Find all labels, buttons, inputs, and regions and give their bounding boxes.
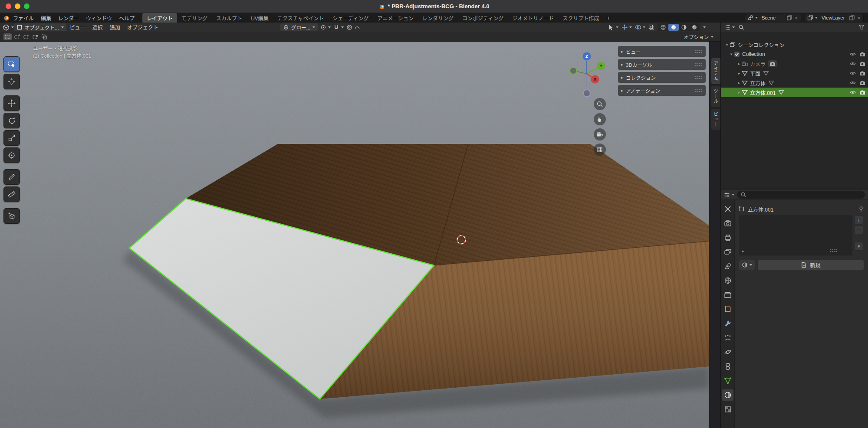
tab-render[interactable] <box>722 218 733 229</box>
search-icon[interactable] <box>738 24 744 30</box>
properties-search-input[interactable] <box>737 191 865 199</box>
tab-object[interactable] <box>722 304 733 315</box>
select-mode-new-button[interactable] <box>3 33 12 40</box>
material-slot-list[interactable]: ▸ <box>739 216 852 255</box>
outliner-row-scene-collection[interactable]: ▾ シーンコレクション <box>721 40 868 49</box>
workspace-tab-shading[interactable]: シェーディング <box>328 13 373 23</box>
disclosure-icon[interactable]: ▾ <box>724 42 730 47</box>
navigation-gizmo[interactable]: Z Y X <box>566 49 608 100</box>
xray-toggle-icon[interactable] <box>648 24 654 30</box>
npanel-annotations-section[interactable]: ▸ アノテーション <box>618 85 706 96</box>
drag-grip-icon[interactable] <box>695 63 703 66</box>
copy-icon[interactable] <box>786 15 792 21</box>
npanel-3d-cursor-section[interactable]: ▸ 3Dカーソル <box>618 59 706 70</box>
tab-constraints[interactable] <box>722 361 733 372</box>
mesh-data-icon[interactable] <box>763 70 769 76</box>
drag-grip-icon[interactable] <box>695 50 703 53</box>
disclosure-icon[interactable]: ▸ <box>736 90 742 95</box>
workspace-tab-layout[interactable]: レイアウト <box>142 13 177 23</box>
tab-world[interactable] <box>722 275 733 286</box>
scale-tool[interactable] <box>3 130 20 146</box>
select-box-tool[interactable] <box>3 56 20 72</box>
checkbox-checked-icon[interactable] <box>734 51 740 57</box>
tab-particles[interactable] <box>722 332 733 343</box>
editor-type-button[interactable] <box>3 24 14 31</box>
tab-collection[interactable] <box>722 289 733 301</box>
tab-view[interactable]: ビュー <box>711 109 720 130</box>
tool-options-dropdown[interactable]: オプション <box>684 33 714 40</box>
select-mode-extend-button[interactable] <box>13 33 21 40</box>
resize-grip-icon[interactable] <box>829 249 837 252</box>
tab-output[interactable] <box>722 232 733 243</box>
tab-tool[interactable] <box>722 203 733 215</box>
measure-tool[interactable] <box>3 186 20 202</box>
transform-tool[interactable] <box>3 147 20 163</box>
workspace-tab-rendering[interactable]: レンダリング <box>418 13 458 23</box>
tab-physics[interactable] <box>722 346 733 358</box>
pin-icon[interactable] <box>858 206 864 212</box>
new-material-button[interactable]: 新規 <box>757 260 864 270</box>
annotate-tool[interactable] <box>3 169 20 185</box>
camera-render-icon[interactable] <box>859 70 865 76</box>
workspace-tab-uv-editing[interactable]: UV編集 <box>247 13 273 23</box>
outliner-row-cube-001[interactable]: ▸ 立方体.001 <box>721 88 868 97</box>
disclosure-icon[interactable]: ▾ <box>729 52 734 56</box>
add-workspace-button[interactable]: + <box>603 15 614 21</box>
workspace-tab-compositing[interactable]: コンポジティング <box>458 13 508 23</box>
view-layer-selector[interactable]: ViewLayer × <box>805 14 864 22</box>
outliner-row-collection[interactable]: ▾ Collection <box>721 49 868 59</box>
menu-object[interactable]: オブジェクト <box>124 23 162 31</box>
camera-view-button[interactable] <box>594 128 606 140</box>
workspace-tab-geometry-nodes[interactable]: ジオメトリノード <box>508 13 558 23</box>
camera-data-icon[interactable] <box>768 60 777 67</box>
drag-grip-icon[interactable] <box>695 89 703 92</box>
gizmos-toggle[interactable] <box>621 24 632 30</box>
select-mode-invert-button[interactable] <box>31 33 39 40</box>
select-mode-subtract-button[interactable] <box>22 33 30 40</box>
unlink-scene-button[interactable]: × <box>794 16 799 20</box>
tab-tool[interactable]: ツール <box>711 86 720 107</box>
tab-modifiers[interactable] <box>722 318 733 329</box>
disclosure-icon[interactable]: ▸ <box>736 81 742 85</box>
add-cube-tool[interactable] <box>3 208 20 224</box>
menu-render[interactable]: レンダー <box>55 13 82 23</box>
menu-select[interactable]: 選択 <box>89 23 106 31</box>
browse-material-dropdown[interactable] <box>739 260 755 270</box>
eye-icon[interactable] <box>850 70 856 76</box>
close-window-button[interactable] <box>6 3 11 9</box>
workspace-tab-sculpting[interactable]: スカルプト <box>212 13 247 23</box>
snap-controls[interactable] <box>333 24 344 30</box>
orthographic-toggle-button[interactable] <box>594 144 606 156</box>
tab-material[interactable] <box>722 389 733 401</box>
mesh-data-icon[interactable] <box>778 89 784 95</box>
tab-texture[interactable] <box>722 404 733 415</box>
workspace-tab-scripting[interactable]: スクリプト作成 <box>558 13 603 23</box>
cursor-tool[interactable] <box>3 74 20 89</box>
copy-icon[interactable] <box>849 15 855 21</box>
selectability-dropdown[interactable] <box>608 24 618 30</box>
fullscreen-window-button[interactable] <box>24 3 30 9</box>
properties-editor-type-button[interactable] <box>724 192 734 198</box>
eye-icon[interactable] <box>850 80 856 86</box>
slot-specials-button[interactable]: ▾ <box>855 242 863 251</box>
tab-view-layer[interactable] <box>722 246 733 258</box>
menu-edit[interactable]: 編集 <box>37 13 55 23</box>
chevron-down-icon[interactable] <box>703 26 706 28</box>
tab-object-data[interactable] <box>722 375 733 386</box>
rotate-tool[interactable] <box>3 113 20 128</box>
camera-render-icon[interactable] <box>859 51 865 57</box>
viewport-canvas[interactable]: ユーザー・透視投影 (1) Collection | 立方体.001 <box>0 42 709 428</box>
material-preview-button[interactable] <box>679 24 689 31</box>
solid-shading-button[interactable] <box>668 24 679 31</box>
eye-icon[interactable] <box>850 61 856 67</box>
drag-grip-icon[interactable] <box>695 76 703 79</box>
eye-icon[interactable] <box>850 51 856 57</box>
tab-item[interactable]: アイテム <box>711 58 720 84</box>
mode-dropdown[interactable]: オブジェクト... <box>14 23 66 31</box>
zoom-button[interactable] <box>594 98 606 110</box>
workspace-tab-modeling[interactable]: モデリング <box>177 13 212 23</box>
disclosure-icon[interactable]: ▸ <box>736 62 742 66</box>
rendered-shading-button[interactable] <box>689 24 700 31</box>
menu-window[interactable]: ウィンドウ <box>82 13 115 23</box>
menu-add[interactable]: 追加 <box>106 23 124 31</box>
